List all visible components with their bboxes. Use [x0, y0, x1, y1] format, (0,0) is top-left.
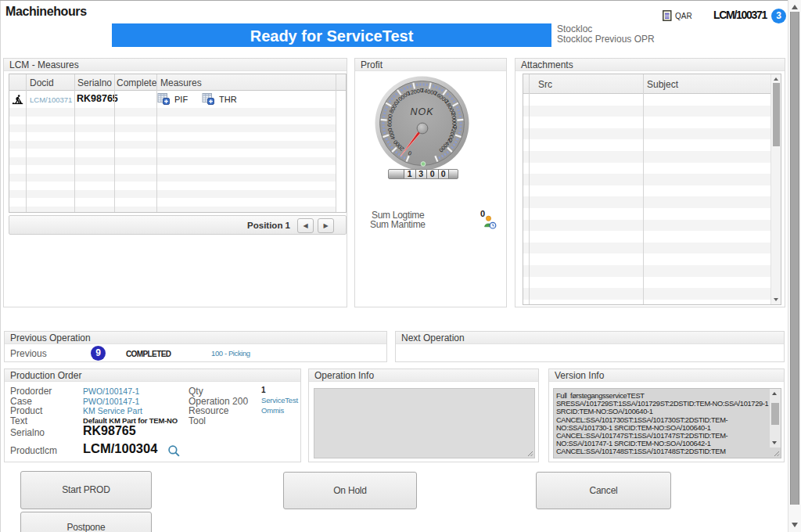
svg-text:6000: 6000 — [386, 114, 393, 128]
svg-text:NOK: NOK — [410, 106, 433, 117]
